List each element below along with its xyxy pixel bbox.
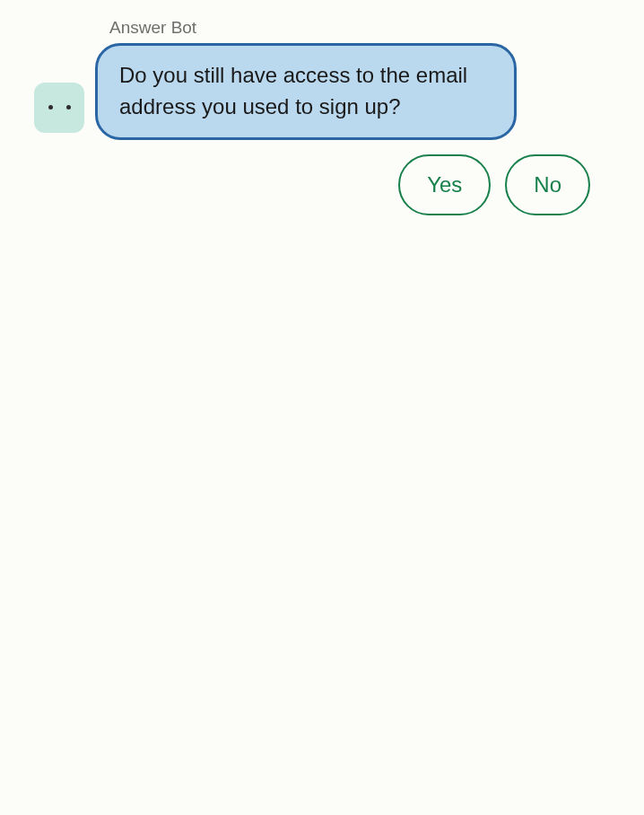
- chat-container: Answer Bot Do you still have access to t…: [0, 0, 644, 233]
- avatar-eye-left-icon: [48, 105, 53, 110]
- bot-message-bubble: Do you still have access to the email ad…: [95, 43, 517, 140]
- bot-avatar: [34, 83, 84, 133]
- reply-no-button[interactable]: No: [505, 154, 590, 215]
- quick-replies: Yes No: [34, 154, 610, 215]
- message-row: Do you still have access to the email ad…: [34, 43, 610, 140]
- avatar-eye-right-icon: [66, 105, 71, 110]
- reply-yes-button[interactable]: Yes: [398, 154, 491, 215]
- bot-message-text: Do you still have access to the email ad…: [119, 63, 467, 118]
- bot-name-label: Answer Bot: [109, 18, 610, 38]
